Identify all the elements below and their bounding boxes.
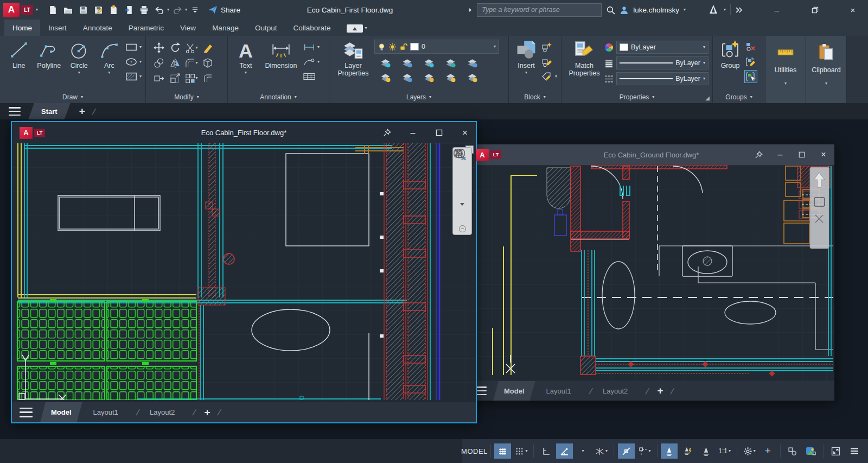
redo-caret-icon[interactable]: ▾: [185, 8, 187, 12]
text-caret-icon[interactable]: ▾: [245, 71, 247, 75]
customize-qat-button[interactable]: [188, 3, 202, 17]
layer-freeze-icon[interactable]: [423, 58, 435, 68]
first-floor-drawing-area[interactable]: [12, 143, 476, 402]
ground-floor-maximize-button[interactable]: [791, 147, 813, 163]
ground-floor-drawing-area[interactable]: [468, 165, 834, 381]
panel-layers-footer[interactable]: Layers▾: [329, 91, 508, 103]
window-ground-floor[interactable]: A LT Eco Cabin_Ground Floor.dwg* – ×: [468, 144, 835, 401]
line-tool[interactable]: Line: [5, 40, 33, 91]
status-bar-menu-button[interactable]: [846, 443, 863, 459]
layer-isolate-icon[interactable]: [380, 58, 391, 68]
circle-tool[interactable]: Circle▾: [65, 40, 93, 91]
tab-home[interactable]: Home: [4, 20, 40, 36]
open-file-button[interactable]: [61, 3, 75, 17]
annotation-scale-button[interactable]: [698, 443, 714, 459]
edit-block-tool[interactable]: [541, 56, 557, 68]
utilities-caret-icon[interactable]: ▾: [784, 81, 787, 86]
ground-floor-pin-button[interactable]: [748, 147, 769, 163]
mirror-icon[interactable]: [170, 58, 181, 68]
ground-tab-layout2[interactable]: Layout2: [592, 381, 639, 401]
first-tab-layout1[interactable]: Layout1: [82, 402, 129, 422]
app-logo[interactable]: A: [3, 3, 20, 17]
panel-modify-footer[interactable]: Modify▾: [146, 91, 227, 103]
match-properties-tool[interactable]: Match Properties: [566, 40, 602, 91]
ground-floor-title-bar[interactable]: A LT Eco Cabin_Ground Floor.dwg* – ×: [468, 144, 834, 165]
fillet-icon[interactable]: [185, 58, 195, 68]
share-button[interactable]: Share: [208, 5, 240, 14]
ground-tab-model[interactable]: Model: [493, 381, 535, 401]
polar-tracking-toggle[interactable]: [556, 443, 573, 459]
annotation-visibility-toggle[interactable]: [661, 443, 678, 459]
insert-block-tool[interactable]: Insert▾: [514, 40, 539, 91]
file-tab-menu-icon[interactable]: [9, 107, 21, 116]
first-floor-maximize-button[interactable]: [428, 125, 450, 141]
isolate-objects-button[interactable]: [784, 443, 801, 459]
tab-collaborate[interactable]: Collaborate: [285, 20, 339, 36]
ribbon-display-toggle[interactable]: [347, 24, 363, 33]
panel-annotation-footer[interactable]: Annotation▾: [228, 91, 329, 103]
circle-caret-icon[interactable]: ▾: [78, 71, 80, 75]
window-first-floor[interactable]: A LT Eco Cabin_First Floor.dwg* – ×: [11, 121, 477, 423]
ortho-mode-toggle[interactable]: [538, 443, 554, 459]
linetype-icon[interactable]: [604, 74, 614, 84]
search-icon[interactable]: [606, 5, 615, 15]
search-input[interactable]: [477, 3, 602, 17]
copy-icon[interactable]: [154, 58, 164, 68]
customization-button[interactable]: ▾: [741, 443, 758, 459]
offset-icon[interactable]: [202, 73, 213, 84]
first-floor-minimize-button[interactable]: –: [402, 125, 424, 141]
table-tool[interactable]: [303, 71, 320, 83]
navbar-collapse-icon[interactable]: [459, 225, 466, 232]
new-file-button[interactable]: [46, 3, 60, 17]
layer-unisolate-icon[interactable]: [401, 58, 413, 68]
tab-output[interactable]: Output: [247, 20, 285, 36]
pan-button[interactable]: [455, 167, 470, 183]
insert-caret-icon[interactable]: ▾: [525, 71, 527, 75]
save-as-button[interactable]: [91, 3, 106, 17]
leader-tool[interactable]: ▾: [303, 56, 320, 68]
isodraft-toggle[interactable]: ▾: [593, 443, 610, 459]
ellipse-tool[interactable]: ▾: [125, 56, 142, 68]
autodesk-caret-icon[interactable]: ▾: [724, 8, 726, 12]
user-menu-caret-icon[interactable]: ▾: [684, 8, 686, 12]
move-icon[interactable]: [154, 42, 164, 53]
layer-match-icon[interactable]: [467, 58, 478, 68]
polyline-tool[interactable]: Polyline: [35, 40, 63, 91]
annotation-scale-value[interactable]: 1:1▾: [716, 443, 733, 459]
rotate-icon[interactable]: [170, 42, 181, 53]
autodesk-logo-icon[interactable]: [709, 5, 719, 15]
page-setup-button[interactable]: [106, 3, 121, 17]
arc-caret-icon[interactable]: ▾: [108, 71, 110, 75]
text-tool[interactable]: A Text▾: [233, 40, 259, 91]
arc-tool[interactable]: Arc▾: [95, 40, 124, 91]
linear-dimension-tool[interactable]: ▾: [303, 41, 320, 53]
navbar-caret-icon[interactable]: [460, 203, 464, 206]
restore-app-button[interactable]: [807, 3, 822, 17]
properties-dialog-launcher-icon[interactable]: ◢: [705, 95, 710, 101]
stretch-icon[interactable]: [154, 73, 164, 84]
color-wheel-icon[interactable]: [604, 43, 614, 52]
clipboard-caret-icon[interactable]: ▾: [825, 81, 827, 86]
define-attribute-tool[interactable]: ▾: [541, 71, 557, 83]
linetype-dropdown[interactable]: ByLayer ▾: [616, 72, 709, 85]
first-floor-pin-button[interactable]: [376, 125, 398, 141]
ground-tab-layout1[interactable]: Layout1: [535, 381, 582, 401]
panel-utilities[interactable]: Utilities ▾: [765, 36, 806, 103]
ground-floor-minimize-button[interactable]: –: [769, 147, 791, 163]
group-tool[interactable]: Group: [718, 40, 743, 91]
lineweight-dropdown[interactable]: ByLayer ▾: [616, 56, 709, 69]
first-layout-menu-icon[interactable]: [20, 408, 33, 417]
hatch-tool[interactable]: ▾: [125, 71, 142, 83]
ribbon-display-caret-icon[interactable]: ▾: [365, 26, 367, 30]
panel-groups-footer[interactable]: Groups▾: [713, 91, 765, 103]
snap-mode-toggle[interactable]: ▾: [513, 443, 529, 459]
ground-floor-close-button[interactable]: ×: [813, 147, 834, 163]
model-space-button[interactable]: MODEL: [462, 443, 487, 459]
grid-display-toggle[interactable]: [494, 443, 511, 459]
tab-insert[interactable]: Insert: [40, 20, 75, 36]
layer-thaw-all-icon[interactable]: [423, 72, 435, 83]
create-block-tool[interactable]: [541, 41, 557, 53]
object-snap-tracking-toggle[interactable]: ▾: [636, 443, 653, 459]
tab-manage[interactable]: Manage: [204, 20, 247, 36]
object-color-dropdown[interactable]: ByLayer ▾: [616, 41, 709, 54]
